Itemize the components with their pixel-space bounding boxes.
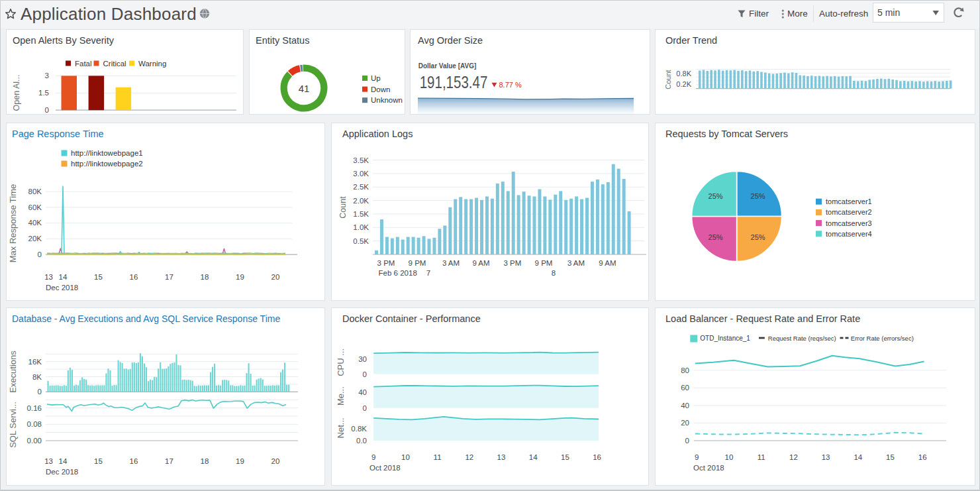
svg-text:0: 0 bbox=[38, 388, 42, 396]
svg-text:8.77 %: 8.77 % bbox=[499, 81, 522, 89]
svg-text:13: 13 bbox=[497, 453, 506, 461]
svg-text:9 AM: 9 AM bbox=[599, 259, 616, 267]
svg-text:19: 19 bbox=[236, 273, 244, 281]
svg-text:Oct 2018: Oct 2018 bbox=[369, 464, 401, 472]
svg-text:tomcatserver2: tomcatserver2 bbox=[826, 208, 872, 216]
svg-text:8: 8 bbox=[552, 269, 556, 277]
svg-text:40K: 40K bbox=[28, 219, 42, 227]
svg-text:Net...: Net... bbox=[336, 417, 346, 438]
svg-text:60: 60 bbox=[681, 384, 689, 392]
svg-text:20K: 20K bbox=[28, 235, 42, 243]
svg-text:3 AM: 3 AM bbox=[567, 259, 585, 267]
svg-text:15: 15 bbox=[561, 453, 569, 461]
svg-text:14: 14 bbox=[59, 457, 68, 465]
svg-text:16K: 16K bbox=[28, 358, 42, 366]
svg-text:17: 17 bbox=[165, 273, 173, 281]
svg-text:2.5K: 2.5K bbox=[353, 183, 369, 191]
svg-text:0: 0 bbox=[45, 106, 49, 114]
svg-text:16: 16 bbox=[918, 453, 927, 461]
svg-text:15: 15 bbox=[94, 457, 103, 465]
svg-text:14: 14 bbox=[529, 453, 538, 461]
svg-text:0.0: 0.0 bbox=[356, 437, 367, 445]
svg-text:Fatal: Fatal bbox=[75, 60, 92, 68]
svg-text:9 PM: 9 PM bbox=[409, 259, 426, 267]
svg-text:Dec 2018: Dec 2018 bbox=[46, 468, 78, 476]
svg-text:3 AM: 3 AM bbox=[442, 259, 460, 267]
svg-text:41: 41 bbox=[299, 83, 310, 94]
svg-text:Feb 6 2018: Feb 6 2018 bbox=[379, 269, 417, 277]
svg-text:0: 0 bbox=[685, 437, 689, 445]
svg-text:0: 0 bbox=[363, 370, 367, 378]
svg-text:30: 30 bbox=[358, 355, 367, 363]
svg-text:15: 15 bbox=[886, 453, 895, 461]
svg-text:13: 13 bbox=[44, 457, 53, 465]
svg-text:Up: Up bbox=[371, 74, 381, 82]
svg-text:Open Al...: Open Al... bbox=[12, 75, 21, 111]
svg-text:18: 18 bbox=[201, 457, 209, 465]
svg-text:0.00: 0.00 bbox=[27, 437, 42, 445]
svg-text:CPU ...: CPU ... bbox=[336, 349, 346, 376]
svg-text:16: 16 bbox=[593, 453, 601, 461]
svg-text:10: 10 bbox=[401, 453, 410, 461]
svg-text:9 AM: 9 AM bbox=[472, 259, 489, 267]
svg-text:25%: 25% bbox=[709, 192, 723, 200]
svg-text:11: 11 bbox=[434, 453, 442, 461]
svg-text:Unknown: Unknown bbox=[371, 96, 403, 104]
svg-text:Error Rate (errors/sec): Error Rate (errors/sec) bbox=[851, 335, 914, 342]
svg-text:0: 0 bbox=[363, 404, 367, 412]
svg-text:13: 13 bbox=[44, 273, 53, 281]
svg-text:17: 17 bbox=[165, 457, 173, 465]
svg-text:3 PM: 3 PM bbox=[377, 259, 395, 267]
svg-text:8K: 8K bbox=[32, 373, 42, 381]
svg-text:Count: Count bbox=[338, 196, 348, 219]
svg-text:60K: 60K bbox=[28, 203, 42, 211]
svg-text:0.8K: 0.8K bbox=[676, 70, 691, 78]
svg-text:25%: 25% bbox=[751, 233, 765, 241]
svg-text:Oct 2018: Oct 2018 bbox=[693, 464, 724, 472]
svg-text:25%: 25% bbox=[709, 233, 723, 241]
svg-text:SQL Servi...: SQL Servi... bbox=[8, 402, 18, 448]
svg-text:Request Rate (reqs/sec): Request Rate (reqs/sec) bbox=[768, 335, 836, 342]
svg-text:tomcatserver4: tomcatserver4 bbox=[826, 230, 872, 238]
svg-text:1.0K: 1.0K bbox=[353, 223, 369, 231]
svg-text:http://linktowebpage2: http://linktowebpage2 bbox=[71, 160, 143, 168]
svg-text:9: 9 bbox=[695, 453, 699, 461]
svg-text:0: 0 bbox=[38, 250, 42, 258]
svg-text:20: 20 bbox=[271, 273, 280, 281]
svg-text:20: 20 bbox=[681, 419, 689, 427]
svg-text:http://linktowebpage1: http://linktowebpage1 bbox=[71, 149, 143, 157]
svg-text:18: 18 bbox=[201, 273, 209, 281]
svg-text:12: 12 bbox=[789, 453, 798, 461]
svg-text:16: 16 bbox=[130, 457, 138, 465]
svg-text:0.5K: 0.5K bbox=[353, 237, 369, 245]
svg-text:tomcatserver3: tomcatserver3 bbox=[826, 219, 872, 227]
svg-text:Dollar Value [AVG]: Dollar Value [AVG] bbox=[418, 62, 477, 70]
svg-text:12: 12 bbox=[465, 453, 473, 461]
svg-text:13: 13 bbox=[822, 453, 830, 461]
svg-text:Critical: Critical bbox=[103, 60, 126, 68]
svg-text:Executions: Executions bbox=[8, 351, 18, 393]
svg-text:0.2K: 0.2K bbox=[676, 80, 691, 88]
svg-text:11: 11 bbox=[758, 453, 765, 461]
svg-text:Me...: Me... bbox=[336, 386, 346, 406]
svg-text:0.08: 0.08 bbox=[27, 420, 42, 428]
svg-text:Max Response Time: Max Response Time bbox=[8, 184, 18, 263]
svg-text:40: 40 bbox=[681, 402, 689, 409]
svg-text:7: 7 bbox=[426, 269, 430, 277]
svg-text:2.0K: 2.0K bbox=[353, 197, 369, 205]
svg-text:3: 3 bbox=[45, 72, 49, 80]
svg-text:Down: Down bbox=[371, 85, 390, 93]
svg-text:25%: 25% bbox=[751, 192, 765, 200]
svg-text:15: 15 bbox=[94, 273, 103, 281]
svg-text:Count: Count bbox=[664, 70, 672, 89]
svg-text:tomcatserver1: tomcatserver1 bbox=[826, 197, 872, 205]
svg-text:0.16: 0.16 bbox=[27, 404, 42, 412]
svg-text:40: 40 bbox=[358, 388, 367, 396]
svg-text:9 PM: 9 PM bbox=[535, 259, 553, 267]
svg-text:14: 14 bbox=[854, 453, 862, 461]
svg-text:3.0K: 3.0K bbox=[353, 170, 369, 178]
svg-text:20: 20 bbox=[271, 457, 280, 465]
svg-text:191,153.47: 191,153.47 bbox=[420, 73, 488, 91]
svg-text:Warning: Warning bbox=[138, 60, 166, 68]
svg-text:19: 19 bbox=[236, 457, 244, 465]
